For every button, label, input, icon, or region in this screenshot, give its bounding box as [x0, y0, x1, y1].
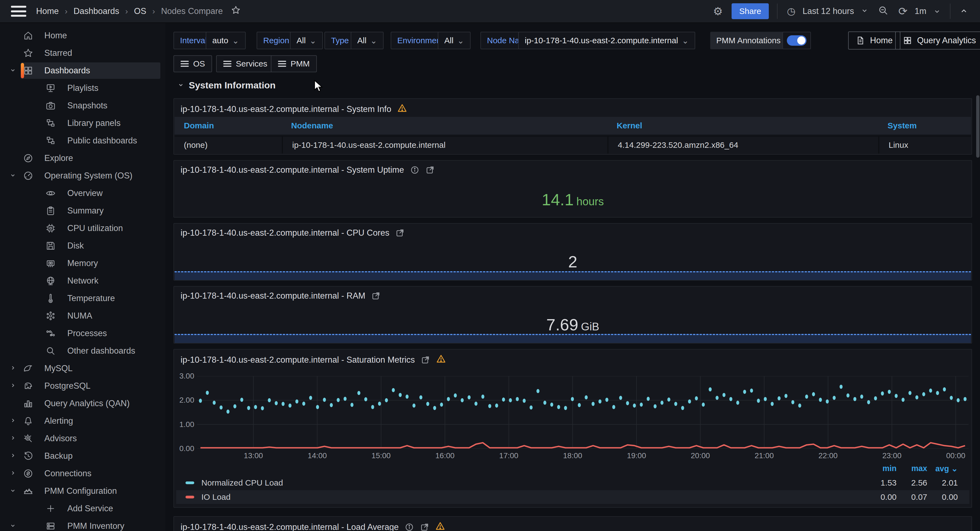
sidebar-item-playlists[interactable]: Playlists: [0, 80, 165, 97]
chevron-right-icon[interactable]: [8, 452, 18, 460]
sidebar-item-add-service[interactable]: Add Service: [0, 500, 165, 517]
sidebar-item-pmm-configuration[interactable]: PMM Configuration: [0, 482, 165, 500]
legend-row-io-load[interactable]: IO Load 0.00 0.07 0.00: [176, 490, 969, 504]
column-header-system[interactable]: System: [878, 117, 971, 134]
chevron-down-icon[interactable]: [861, 7, 868, 15]
tab-services[interactable]: Services: [216, 55, 274, 72]
external-link-icon[interactable]: [371, 291, 380, 301]
home-button[interactable]: Home: [848, 32, 900, 49]
legend-header-min[interactable]: min: [866, 464, 897, 473]
query-analytics-button[interactable]: Query Analytics: [895, 32, 980, 49]
breadcrumb-dashboards[interactable]: Dashboards: [73, 6, 119, 16]
zoom-out-icon[interactable]: [878, 5, 888, 17]
environment-filter-value[interactable]: All⌄: [438, 32, 471, 49]
sidebar-item-operating-system-os[interactable]: Operating System (OS): [0, 167, 165, 185]
cpu-load-point: [874, 396, 877, 400]
sidebar-item-advisors[interactable]: Advisors: [0, 430, 165, 447]
chevron-down-icon[interactable]: [8, 487, 18, 495]
sidebar-item-backup[interactable]: Backup: [0, 447, 165, 465]
sidebar-item-starred[interactable]: Starred: [0, 44, 165, 62]
refresh-icon[interactable]: ⟳: [898, 6, 907, 17]
warning-icon[interactable]: [436, 354, 446, 366]
sidebar-item-alerting[interactable]: Alerting: [0, 412, 165, 430]
node-name-filter-value[interactable]: ip-10-178-1-40.us-east-2.compute.interna…: [518, 32, 695, 49]
sidebar-item-dashboards[interactable]: Dashboards: [0, 62, 165, 80]
gear-icon[interactable]: ⚙: [713, 6, 723, 17]
sidebar-item-postgresql[interactable]: PostgreSQL: [0, 377, 165, 395]
sidebar-item-disk[interactable]: Disk: [0, 237, 165, 255]
sidebar-item-numa[interactable]: NUMA: [0, 307, 165, 325]
panel-title[interactable]: ip-10-178-1-40.us-east-2.compute.interna…: [181, 354, 446, 366]
column-header-nodename[interactable]: Nodename: [282, 117, 608, 134]
interval-filter-value[interactable]: auto⌄: [206, 32, 246, 49]
chevron-right-icon[interactable]: [8, 382, 18, 390]
sidebar-item-public-dashboards[interactable]: Public dashboards: [0, 132, 165, 150]
sidebar-item-connections[interactable]: Connections: [0, 465, 165, 482]
panel-title[interactable]: ip-10-178-1-40.us-east-2.compute.interna…: [181, 521, 445, 531]
sidebar-item-processes[interactable]: Processes: [0, 325, 165, 342]
tab-pmm[interactable]: PMM: [271, 55, 317, 72]
panel-title[interactable]: ip-10-178-1-40.us-east-2.compute.interna…: [181, 103, 407, 115]
external-link-icon[interactable]: [420, 523, 429, 531]
menu-icon[interactable]: [11, 6, 26, 17]
chevron-down-icon[interactable]: [934, 6, 940, 17]
column-header-domain[interactable]: Domain: [175, 117, 282, 134]
legend-header-avg[interactable]: avg ⌄: [927, 464, 958, 473]
cpu-load-point: [702, 403, 705, 407]
refresh-interval-picker[interactable]: 1m: [915, 6, 926, 16]
chevron-down-icon[interactable]: [8, 522, 18, 530]
sidebar-item-other-dashboards[interactable]: Other dashboards: [0, 342, 165, 360]
saturation-chart[interactable]: [197, 376, 969, 449]
info-icon[interactable]: [405, 523, 414, 531]
dolphin-icon: [22, 362, 35, 375]
share-button[interactable]: Share: [732, 3, 769, 19]
breadcrumb-separator: ›: [65, 6, 68, 16]
sidebar-item-home[interactable]: Home: [0, 27, 165, 44]
sidebar-item-overview[interactable]: Overview: [0, 185, 165, 202]
sidebar-item-summary[interactable]: Summary: [0, 202, 165, 220]
section-system-information[interactable]: System Information: [177, 80, 275, 91]
sidebar-item-snapshots[interactable]: Snapshots: [0, 97, 165, 115]
external-link-icon[interactable]: [395, 228, 405, 238]
sidebar-item-temperature[interactable]: Temperature: [0, 290, 165, 307]
chevron-down-icon[interactable]: [8, 172, 18, 180]
pmm-annotations-toggle[interactable]: [783, 32, 811, 49]
panel-title[interactable]: ip-10-178-1-40.us-east-2.compute.interna…: [181, 228, 405, 238]
breadcrumb-home[interactable]: Home: [36, 6, 59, 16]
chevron-right-icon[interactable]: [8, 434, 18, 443]
sidebar-item-memory[interactable]: Memory: [0, 255, 165, 272]
cpu-load-point: [612, 405, 615, 409]
info-icon[interactable]: [410, 165, 419, 175]
legend-row-normalized-cpu-load[interactable]: Normalized CPU Load 1.53 2.56 2.01: [176, 476, 969, 490]
chevron-right-icon[interactable]: [8, 469, 18, 478]
tab-os[interactable]: OS: [173, 55, 212, 72]
breadcrumb-os[interactable]: OS: [134, 6, 146, 16]
cpu-load-point: [681, 406, 684, 410]
time-range-picker[interactable]: Last 12 hours: [803, 6, 854, 16]
sidebar-item-network[interactable]: Network: [0, 272, 165, 290]
chevron-down-icon[interactable]: [8, 67, 18, 75]
sidebar-item-pmm-inventory[interactable]: PMM Inventory: [0, 517, 165, 531]
scrollbar-thumb[interactable]: [976, 95, 980, 158]
column-header-kernel[interactable]: Kernel: [608, 117, 878, 134]
collapse-up-icon[interactable]: [960, 6, 968, 17]
chevron-right-icon[interactable]: [8, 364, 18, 373]
sidebar-item-query-analytics-qan[interactable]: Query Analytics (QAN): [0, 395, 165, 412]
external-link-icon[interactable]: [425, 165, 435, 175]
sidebar-item-mysql[interactable]: MySQL: [0, 360, 165, 377]
external-link-icon[interactable]: [421, 355, 430, 365]
sidebar-item-library-panels[interactable]: Library panels: [0, 115, 165, 132]
cpu-load-point: [288, 403, 291, 408]
chevron-right-icon[interactable]: [8, 417, 18, 425]
panel-title[interactable]: ip-10-178-1-40.us-east-2.compute.interna…: [181, 165, 435, 175]
sidebar-item-explore[interactable]: Explore: [0, 150, 165, 167]
region-filter-value[interactable]: All⌄: [290, 32, 323, 49]
toggle-on-icon[interactable]: [787, 35, 807, 46]
sidebar-item-cpu-utilization[interactable]: CPU utilization: [0, 220, 165, 237]
panel-title[interactable]: ip-10-178-1-40.us-east-2.compute.interna…: [181, 291, 380, 301]
warning-icon[interactable]: [397, 103, 407, 115]
legend-header-max[interactable]: max: [897, 464, 927, 473]
star-icon[interactable]: [231, 5, 241, 17]
warning-icon[interactable]: [435, 521, 445, 531]
type-filter-value[interactable]: All⌄: [351, 32, 383, 49]
